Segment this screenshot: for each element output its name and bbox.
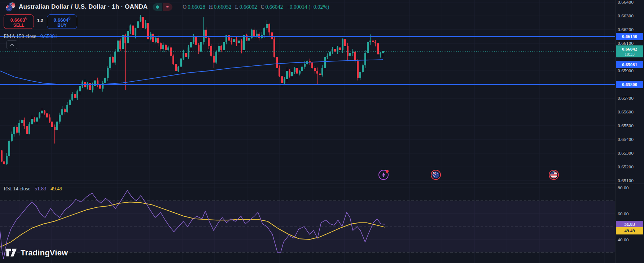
tradingview-watermark[interactable]: TradingView — [5, 248, 68, 258]
usd-flag-event-icon[interactable] — [549, 170, 558, 180]
ema-value: 0.65981 — [40, 33, 57, 39]
axis-tick-label: 0.65700 — [618, 95, 634, 101]
axis-tick-label: 60.00 — [618, 211, 628, 217]
ema-status-line[interactable]: EMA 150 close 0.65981 — [4, 33, 57, 39]
symbol-header: Australian Dollar / U.S. Dollar · 1h · O… — [5, 2, 329, 12]
change-value: +0.00014 (+0.02%) — [286, 4, 329, 10]
buy-button[interactable]: 0.66048 BUY — [47, 14, 77, 29]
tradingview-logo-text: TradingView — [21, 248, 68, 258]
rsi-status-line[interactable]: RSI 14 close 51.83 49.49 — [4, 186, 62, 192]
open-label: O — [183, 4, 187, 10]
rsi-ma-value: 49.49 — [51, 186, 62, 191]
axis-tick-label: 0.66400 — [618, 0, 634, 5]
low-value: 0.66002 — [240, 4, 257, 10]
lightning-event-icon[interactable] — [379, 170, 389, 180]
symbol-title[interactable]: Australian Dollar / U.S. Dollar · 1h · O… — [19, 3, 148, 10]
price-badge[interactable]: 49.49 — [616, 227, 643, 234]
price-badge[interactable]: 51.83 — [616, 221, 643, 228]
market-open-dot-icon[interactable] — [153, 3, 162, 11]
collapse-pane-button[interactable] — [6, 40, 17, 49]
price-scale-border — [615, 0, 615, 263]
close-label: C — [260, 4, 264, 10]
axis-tick-label: 40.00 — [618, 237, 628, 243]
ema-label: EMA 150 close — [4, 33, 36, 39]
low-label: L — [235, 4, 238, 10]
audusd-pair-flag-icon — [5, 2, 16, 12]
buy-button-label: BUY — [57, 23, 66, 28]
high-value: 0.66052 — [214, 4, 232, 10]
rsi-value: 51.83 — [35, 186, 47, 191]
price-badge[interactable]: 0.65981 — [616, 61, 643, 68]
high-label: H — [209, 4, 213, 10]
axis-tick-label: 0.65200 — [618, 164, 634, 170]
spread-value: 1.2 — [33, 18, 47, 23]
approx-data-icon[interactable]: ≈ — [163, 3, 172, 11]
axis-tick-label: 0.65500 — [618, 123, 634, 129]
sell-button[interactable]: 0.66036 SELL — [4, 14, 34, 29]
price-badge[interactable]: 0.65800 — [616, 81, 643, 88]
price-badge[interactable]: 0.6604210:33 — [616, 46, 643, 57]
market-status-chips: ≈ — [153, 3, 172, 11]
axis-tick-label: 0.65900 — [618, 68, 634, 74]
axis-tick-label: 0.66200 — [618, 27, 634, 33]
axis-tick-label: 0.66300 — [618, 13, 634, 19]
axis-tick-label: 0.65300 — [618, 150, 634, 156]
ohlc-values: O 0.66028 H 0.66052 L 0.66002 C 0.66042 … — [179, 4, 329, 10]
axis-tick-label: 0.65600 — [618, 109, 634, 115]
tradingview-logo-icon — [5, 248, 17, 258]
countdown-timer: 10:33 — [616, 52, 643, 57]
axis-tick-label: 0.65400 — [618, 137, 634, 142]
open-value: 0.66028 — [188, 4, 205, 10]
tradingview-chart-window: 0.664000.663000.662000.661000.659000.657… — [0, 0, 644, 263]
chart-canvas[interactable] — [0, 0, 644, 263]
chevron-up-icon — [10, 43, 14, 46]
rsi-label: RSI 14 close — [4, 186, 30, 191]
price-badge[interactable]: 0.66150 — [616, 33, 643, 40]
aud-flag-event-icon[interactable] — [431, 170, 441, 180]
close-value: 0.66042 — [265, 4, 283, 10]
axis-tick-label: 0.65100 — [618, 178, 634, 184]
sell-button-label: SELL — [13, 23, 25, 28]
axis-tick-label: 80.00 — [618, 185, 628, 191]
